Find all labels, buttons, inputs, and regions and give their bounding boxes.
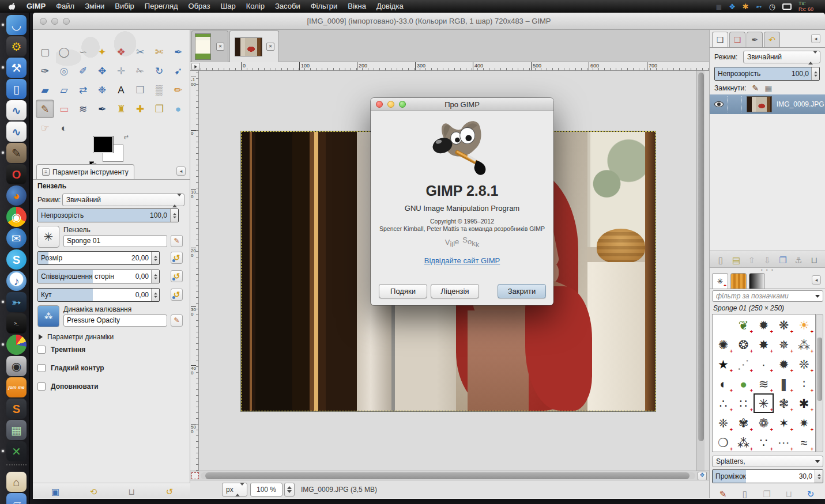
tag-filter-input[interactable]: фільтр за позначками (712, 290, 823, 302)
unit-select[interactable]: px (222, 483, 247, 497)
dock-joinme[interactable]: join me (6, 377, 27, 397)
checkbox-icon[interactable] (37, 364, 46, 372)
edit-brush-icon[interactable]: ✎ (171, 235, 183, 247)
select-by-color-tool[interactable]: ❖ (112, 43, 130, 61)
brush-swatch[interactable]: ∙ + (754, 354, 774, 374)
scrollbar-thumb[interactable] (205, 472, 690, 479)
dock-home-folder[interactable]: ⌂ (6, 472, 27, 492)
raise-layer-button[interactable]: ⇧ (745, 253, 758, 266)
menu-tools[interactable]: Засоби (270, 0, 306, 13)
new-layer-button[interactable]: ▯ (714, 253, 727, 266)
size-slider[interactable]: Розмір 20,00 (37, 251, 160, 265)
ellipse-select-tool[interactable]: ◯ (55, 43, 73, 61)
menu-help[interactable]: Довідка (371, 0, 409, 13)
rotate-tool[interactable]: ↻ (150, 62, 168, 80)
new-brush-button[interactable]: ▯ (739, 487, 751, 500)
eraser-tool[interactable]: ▭ (55, 100, 73, 118)
dock-documents-folder[interactable]: ▱ (6, 493, 27, 504)
brush-swatch[interactable]: ⁂ + (794, 335, 814, 354)
tab-channels[interactable]: ❏ (729, 32, 745, 47)
heal-tool[interactable]: ✚ (131, 100, 149, 118)
ruler-menu-button[interactable] (191, 63, 200, 70)
delete-brush-button[interactable]: ⊔ (782, 487, 795, 500)
close-button[interactable]: Закрити (498, 284, 546, 298)
brush-swatch[interactable]: ❍ + (713, 433, 733, 452)
lock-alpha-icon[interactable]: ▦ (764, 84, 772, 92)
move-tool[interactable]: ✥ (93, 62, 111, 80)
fuzzy-select-tool[interactable]: ✦ (93, 43, 111, 61)
brush-swatch[interactable]: ⋯ + (774, 433, 794, 452)
brush-swatch[interactable]: ✸ + (754, 335, 774, 354)
anchor-layer-button[interactable]: ⚓ (792, 253, 805, 266)
dock-xcode[interactable]: ⚒ (6, 58, 27, 78)
dock-finder[interactable]: ◡ (6, 15, 27, 35)
checkbox-incremental[interactable]: Доповнювати (37, 382, 99, 391)
aspect-ratio-slider[interactable]: Співвідношення сторін 0,00 (37, 270, 160, 283)
dodge-burn-tool[interactable]: ◐ (55, 119, 73, 137)
duplicate-brush-button[interactable]: ❐ (760, 487, 773, 500)
restore-tool-options-button[interactable]: ⟲ (87, 485, 100, 498)
menu-layer[interactable]: Шар (215, 0, 240, 13)
brush-swatch[interactable]: ⋰ + (733, 354, 754, 374)
gradient-tool[interactable]: ▒ (150, 81, 168, 99)
close-window-button[interactable] (40, 18, 47, 25)
brush-swatch[interactable]: ❂ + (733, 335, 754, 354)
smudge-tool[interactable]: ☞ (36, 119, 54, 137)
zoom-spinner[interactable] (284, 483, 295, 497)
close-tab-icon[interactable]: ✕ (216, 43, 224, 51)
menu-select[interactable]: Вибір (110, 0, 140, 13)
brush-swatch[interactable]: ∴ + (713, 393, 733, 413)
brush-selector-button[interactable]: ✳ (37, 226, 59, 248)
horizontal-scrollbar[interactable] (201, 472, 695, 479)
edit-dynamics-icon[interactable]: ✎ (171, 314, 183, 327)
dock-pie-chart-app[interactable] (6, 335, 27, 355)
brush-swatch[interactable] (713, 315, 733, 335)
ink-tool[interactable]: ✒ (93, 100, 111, 118)
tab-patterns[interactable] (730, 273, 747, 289)
angle-slider[interactable]: Кут 0,00 (37, 288, 160, 302)
close-tab-icon[interactable]: ✕ (266, 43, 274, 51)
free-select-tool[interactable]: ∽ (74, 43, 92, 61)
layer-chain-cell[interactable] (727, 96, 742, 112)
tab-layers[interactable]: ❏ (712, 32, 728, 47)
dock-graph-app-2[interactable]: ∿ (6, 122, 27, 142)
menu-image[interactable]: Образ (183, 0, 216, 13)
dock-graph-app[interactable]: ∿ (6, 100, 27, 120)
vertical-scrollbar[interactable] (696, 71, 705, 471)
brush-swatch[interactable]: ✱ + (794, 393, 814, 413)
brush-swatch[interactable]: ❈ + (713, 413, 733, 433)
brush-swatch[interactable]: ≋ + (754, 374, 774, 393)
collapse-panel-button[interactable]: ◂ (812, 275, 821, 285)
dock-screenshot-app[interactable]: ◉ (6, 356, 27, 376)
image-tab-photo[interactable]: ✕ (229, 31, 279, 63)
scrollbar-thumb[interactable] (698, 73, 704, 441)
color-picker-tool[interactable]: ✑ (36, 62, 54, 80)
menu-edit[interactable]: Зміни (80, 0, 110, 13)
brush-swatch[interactable]: ◐ + (713, 374, 733, 393)
brush-swatch[interactable]: ⁂ + (733, 433, 754, 452)
dock-xchat[interactable]: ✕ (6, 441, 27, 461)
brush-swatch[interactable]: ✾ + (733, 413, 754, 433)
dock-thunderbird[interactable]: ✉ (6, 228, 27, 248)
foreground-color-swatch[interactable] (93, 136, 114, 153)
wilber-icon[interactable]: ✱ (743, 3, 749, 10)
cage-transform-tool[interactable]: ❉ (93, 81, 111, 99)
swap-colors-icon[interactable]: ⇄ (124, 134, 129, 140)
layer-mode-select[interactable]: Звичайний (743, 51, 820, 63)
dock-cards-app[interactable]: ▦ (6, 420, 27, 440)
brush-spacing-slider[interactable]: Проміжок 30,0 (712, 469, 823, 483)
brush-swatch[interactable]: ❁ + (754, 413, 774, 433)
brush-swatch[interactable]: ☀ + (794, 315, 814, 335)
airbrush-tool[interactable]: ≋ (74, 100, 92, 118)
lock-paint-icon[interactable]: ✎ (752, 84, 759, 92)
new-layer-group-button[interactable]: ▤ (730, 253, 743, 266)
dock-xcode-ios[interactable]: ▯ (6, 79, 27, 99)
menu-filters[interactable]: Фільтри (306, 0, 343, 13)
duplicate-layer-button[interactable]: ❐ (777, 253, 789, 266)
dock-twitter[interactable]: ➳ (6, 292, 27, 312)
tab-tool-options[interactable]: ≡ Параметри інструменту (36, 164, 134, 179)
layer-opacity-slider[interactable]: Непрозорість 100,0 (714, 67, 820, 81)
lower-layer-button[interactable]: ⇩ (761, 253, 774, 266)
paint-mode-select[interactable]: Звичайний (62, 194, 184, 206)
brush-swatch[interactable]: ● + (733, 374, 754, 393)
